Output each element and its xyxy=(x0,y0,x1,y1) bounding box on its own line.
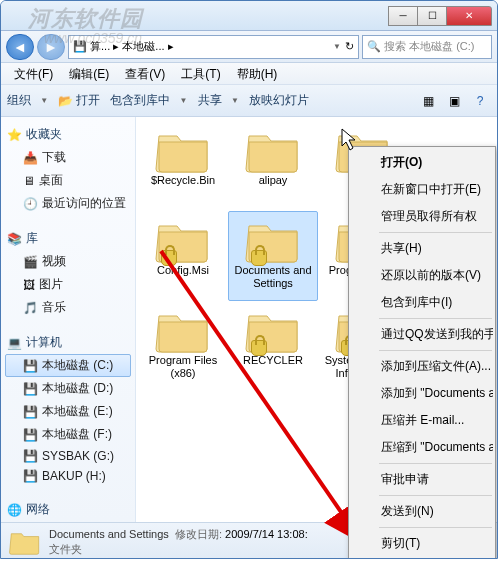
folder-item[interactable]: $Recycle.Bin xyxy=(138,121,228,211)
maximize-button[interactable]: ☐ xyxy=(417,6,447,26)
status-type: 文件夹 xyxy=(49,542,308,557)
folder-item[interactable]: Program Files (x86) xyxy=(138,301,228,391)
ctx-include-library[interactable]: 包含到库中(I) xyxy=(351,289,493,316)
computer-group[interactable]: 💻 计算机 xyxy=(5,331,131,354)
context-menu: 打开(O) 在新窗口中打开(E) 管理员取得所有权 共享(H) 还原以前的版本(… xyxy=(348,146,496,559)
ctx-open[interactable]: 打开(O) xyxy=(351,149,493,176)
forward-button[interactable]: ► xyxy=(37,34,65,60)
menu-view[interactable]: 查看(V) xyxy=(117,63,173,84)
sidebar-drive-h[interactable]: 💾 BAKUP (H:) xyxy=(5,466,131,486)
share-button[interactable]: 共享 ▼ xyxy=(198,92,239,109)
favorites-group[interactable]: ⭐ 收藏夹 xyxy=(5,123,131,146)
folder-label: $Recycle.Bin xyxy=(149,174,217,187)
folder-label: Documents and Settings xyxy=(231,264,315,290)
folder-open-icon: 📂 xyxy=(58,94,73,108)
ctx-send-to[interactable]: 发送到(N) xyxy=(351,498,493,525)
sidebar-drive-e[interactable]: 💾 本地磁盘 (E:) xyxy=(5,400,131,423)
folder-icon xyxy=(155,126,211,174)
ctx-add-to[interactable]: 添加到 "Documents and S xyxy=(351,380,493,407)
close-button[interactable]: ✕ xyxy=(446,6,492,26)
sidebar-drive-c[interactable]: 💾 本地磁盘 (C:) xyxy=(5,354,131,377)
status-name: Documents and Settings xyxy=(49,528,169,540)
toolbar: 组织 ▼ 📂打开 包含到库中 ▼ 共享 ▼ 放映幻灯片 ▦ ▣ ? xyxy=(1,85,497,117)
sidebar-drive-d[interactable]: 💾 本地磁盘 (D:) xyxy=(5,377,131,400)
ctx-add-archive[interactable]: 添加到压缩文件(A)... xyxy=(351,353,493,380)
ctx-restore-version[interactable]: 还原以前的版本(V) xyxy=(351,262,493,289)
help-icon[interactable]: ? xyxy=(469,90,491,112)
ctx-admin-ownership[interactable]: 管理员取得所有权 xyxy=(351,203,493,230)
menu-file[interactable]: 文件(F) xyxy=(6,63,61,84)
folder-item[interactable]: Config.Msi xyxy=(138,211,228,301)
breadcrumb[interactable]: 算... xyxy=(90,39,110,54)
folder-icon xyxy=(245,306,301,354)
libraries-group[interactable]: 📚 库 xyxy=(5,227,131,250)
status-mod-label: 修改日期: xyxy=(175,528,222,540)
folder-label: Config.Msi xyxy=(155,264,211,277)
organize-button[interactable]: 组织 ▼ xyxy=(7,92,48,109)
sidebar-drive-g[interactable]: 💾 SYSBAK (G:) xyxy=(5,446,131,466)
network-group[interactable]: 🌐 网络 xyxy=(5,498,131,521)
minimize-button[interactable]: ─ xyxy=(388,6,418,26)
menu-help[interactable]: 帮助(H) xyxy=(229,63,286,84)
status-mod-date: 2009/7/14 13:08: xyxy=(225,528,308,540)
address-bar: ◄ ► 💾 算... ▸ 本地磁... ▸ ▼ ↻ 🔍 搜索 本地磁盘 (C:) xyxy=(1,31,497,63)
ctx-share[interactable]: 共享(H) xyxy=(351,235,493,262)
folder-label: RECYCLER xyxy=(241,354,305,367)
menu-edit[interactable]: 编辑(E) xyxy=(61,63,117,84)
folder-item[interactable]: alipay xyxy=(228,121,318,211)
ctx-open-new-window[interactable]: 在新窗口中打开(E) xyxy=(351,176,493,203)
back-button[interactable]: ◄ xyxy=(6,34,34,60)
refresh-icon[interactable]: ↻ xyxy=(345,40,354,53)
search-input[interactable]: 🔍 搜索 本地磁盘 (C:) xyxy=(362,35,492,59)
sidebar-recent[interactable]: 🕘 最近访问的位置 xyxy=(5,192,131,215)
mouse-cursor-icon xyxy=(341,128,359,152)
address-input[interactable]: 💾 算... ▸ 本地磁... ▸ ▼ ↻ xyxy=(68,35,359,59)
sidebar-downloads[interactable]: 📥 下载 xyxy=(5,146,131,169)
sidebar-pictures[interactable]: 🖼 图片 xyxy=(5,273,131,296)
sidebar-desktop[interactable]: 🖥 桌面 xyxy=(5,169,131,192)
search-icon: 🔍 xyxy=(367,40,381,53)
folder-item[interactable]: Documents and Settings xyxy=(228,211,318,301)
folder-icon xyxy=(245,126,301,174)
preview-icon[interactable]: ▣ xyxy=(443,90,465,112)
sidebar-videos[interactable]: 🎬 视频 xyxy=(5,250,131,273)
ctx-email[interactable]: 压缩并 E-mail... xyxy=(351,407,493,434)
folder-label: Program Files (x86) xyxy=(141,354,225,380)
ctx-review[interactable]: 审批申请 xyxy=(351,466,493,493)
folder-label: alipay xyxy=(257,174,290,187)
sidebar-drive-f[interactable]: 💾 本地磁盘 (F:) xyxy=(5,423,131,446)
ctx-compress-to[interactable]: 压缩到 "Documents and S xyxy=(351,434,493,461)
include-button[interactable]: 包含到库中 ▼ xyxy=(110,92,187,109)
search-placeholder: 搜索 本地磁盘 (C:) xyxy=(384,39,474,54)
open-button[interactable]: 📂打开 xyxy=(58,92,100,109)
folder-icon xyxy=(9,528,41,556)
folder-icon xyxy=(155,216,211,264)
ctx-qq-send[interactable]: 通过QQ发送到我的手机 xyxy=(351,321,493,348)
dropdown-icon[interactable]: ▼ xyxy=(333,42,341,51)
menu-tools[interactable]: 工具(T) xyxy=(173,63,228,84)
folder-icon xyxy=(155,306,211,354)
menubar: 文件(F) 编辑(E) 查看(V) 工具(T) 帮助(H) xyxy=(1,63,497,85)
ctx-cut[interactable]: 剪切(T) xyxy=(351,530,493,557)
folder-icon xyxy=(245,216,301,264)
breadcrumb[interactable]: 本地磁... xyxy=(122,39,164,54)
view-icon[interactable]: ▦ xyxy=(417,90,439,112)
hdd-icon: 💾 xyxy=(73,40,87,53)
sidebar-music[interactable]: 🎵 音乐 xyxy=(5,296,131,319)
slideshow-button[interactable]: 放映幻灯片 xyxy=(249,92,309,109)
titlebar: ─ ☐ ✕ xyxy=(1,1,497,31)
sidebar: ⭐ 收藏夹 📥 下载 🖥 桌面 🕘 最近访问的位置 📚 库 🎬 视频 🖼 图片 … xyxy=(1,117,136,522)
folder-item[interactable]: RECYCLER xyxy=(228,301,318,391)
